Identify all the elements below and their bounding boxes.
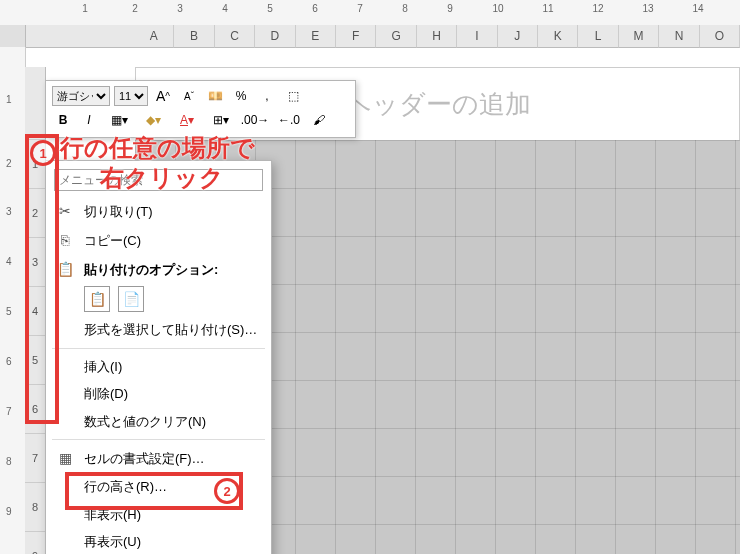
paste-option-values[interactable]: 📄 [118,286,144,312]
menu-item-format-cells[interactable]: ▦ セルの書式設定(F)… [46,444,271,473]
scissors-icon: ✂ [56,201,74,222]
column-header[interactable]: L [578,25,618,48]
menu-item-label: 切り取り(T) [84,202,153,222]
clipboard-icon: 📋 [56,259,74,280]
ruler-tick: 6 [312,3,318,14]
menu-item-copy[interactable]: ⎘ コピー(C) [46,226,271,255]
font-name-select[interactable]: 游ゴシック [52,86,110,106]
column-header[interactable]: E [296,25,336,48]
ruler-tick: 14 [692,3,703,14]
menu-item-clear[interactable]: 数式と値のクリア(N) [46,408,271,436]
column-header-row: A B C D E F G H I J K L M N O [0,25,740,47]
column-header[interactable]: K [538,25,578,48]
ruler-tick: 9 [447,3,453,14]
row-header[interactable]: 3 [25,238,46,287]
ruler-tick: 2 [6,158,12,169]
header-placeholder: ヘッダーの追加 [345,87,531,122]
fill-color-button[interactable]: ◆▾ [138,109,168,131]
ruler-tick: 11 [542,3,553,14]
copy-icon: ⎘ [56,230,74,251]
column-header[interactable]: M [619,25,659,48]
menu-item-unhide[interactable]: 再表示(U) [46,528,271,554]
annotation-badge-1: 1 [30,140,56,166]
row-header[interactable]: 6 [25,385,46,434]
menu-separator [52,439,265,440]
format-painter-button[interactable]: ⬚ [282,85,304,107]
column-header[interactable]: A [134,25,174,48]
column-header[interactable]: I [457,25,497,48]
column-header[interactable]: D [255,25,295,48]
ruler-tick: 6 [6,356,12,367]
menu-item-label: 再表示(U) [84,532,141,552]
ruler-tick: 2 [132,3,138,14]
menu-item-delete[interactable]: 削除(D) [46,380,271,408]
column-header[interactable]: N [659,25,699,48]
paste-options-row: 📋 📄 [46,284,271,316]
menu-item-label: 挿入(I) [84,357,122,377]
ruler-tick: 10 [492,3,503,14]
ruler-tick: 5 [6,306,12,317]
decrease-decimal-button[interactable]: ←.0 [274,109,304,131]
font-color-button[interactable]: A▾ [172,109,202,131]
ruler-tick: 12 [592,3,603,14]
column-header[interactable]: O [700,25,740,48]
menu-item-label: 非表示(H) [84,505,141,525]
ruler-tick: 1 [82,3,88,14]
menu-separator [52,348,265,349]
ruler-tick: 4 [222,3,228,14]
menu-item-label: セルの書式設定(F)… [84,449,205,469]
accounting-format-button[interactable]: 💴 [204,85,226,107]
bold-button[interactable]: B [52,109,74,131]
row-header[interactable] [25,67,46,140]
border-style-button[interactable]: ⊞▾ [206,109,236,131]
ruler-tick: 9 [6,506,12,517]
menu-item-cut[interactable]: ✂ 切り取り(T) [46,197,271,226]
menu-item-paste-special[interactable]: 形式を選択して貼り付け(S)… [46,316,271,344]
annotation-text-line2: 右クリック [100,164,224,193]
menu-item-label: 数式と値のクリア(N) [84,412,206,432]
format-painter-icon[interactable]: 🖌 [308,109,330,131]
menu-item-hide[interactable]: 非表示(H) [46,501,271,529]
select-all-corner[interactable] [0,25,26,48]
vertical-ruler: 1 2 3 4 5 6 7 8 9 [0,47,26,554]
annotation-text-line1: 行の任意の場所で [60,134,255,163]
increase-font-button[interactable]: A^ [152,85,174,107]
menu-item-insert[interactable]: 挿入(I) [46,353,271,381]
margin-spacer [26,25,134,48]
comma-format-button[interactable]: , [256,85,278,107]
row-header[interactable]: 5 [25,336,46,385]
menu-item-label: 削除(D) [84,384,128,404]
mini-toolbar: 游ゴシック 11 A^ Aˇ 💴 % , ⬚ B I ▦▾ ◆▾ A▾ ⊞▾ .… [45,80,356,138]
ruler-tick: 7 [6,406,12,417]
menu-item-label: 行の高さ(R)… [84,477,167,497]
menu-item-label: 形式を選択して貼り付け(S)… [84,320,257,340]
column-header[interactable]: F [336,25,376,48]
column-header[interactable]: B [174,25,214,48]
horizontal-ruler: 1 2 3 4 5 6 7 8 9 10 11 12 13 14 [0,0,740,26]
ruler-tick: 7 [357,3,363,14]
row-header[interactable]: 7 [25,434,46,483]
decrease-font-button[interactable]: Aˇ [178,85,200,107]
ruler-tick: 1 [6,94,12,105]
percent-format-button[interactable]: % [230,85,252,107]
increase-decimal-button[interactable]: .00→ [240,109,270,131]
column-header[interactable]: C [215,25,255,48]
menu-item-label: コピー(C) [84,231,141,251]
ruler-tick: 3 [6,206,12,217]
format-cells-icon: ▦ [56,448,74,469]
row-header[interactable]: 2 [25,189,46,238]
column-header[interactable]: G [376,25,416,48]
column-header[interactable]: J [498,25,538,48]
paste-option-default[interactable]: 📋 [84,286,110,312]
row-header[interactable]: 8 [25,483,46,532]
font-size-select[interactable]: 11 [114,86,148,106]
menu-item-paste-options: 📋 貼り付けのオプション: [46,255,271,284]
row-header[interactable]: 4 [25,287,46,336]
menu-item-label: 貼り付けのオプション: [84,260,218,280]
column-header[interactable]: H [417,25,457,48]
ruler-tick: 4 [6,256,12,267]
italic-button[interactable]: I [78,109,100,131]
borders-button[interactable]: ▦▾ [104,109,134,131]
ruler-tick: 13 [642,3,653,14]
row-header[interactable]: 9 [25,532,46,554]
